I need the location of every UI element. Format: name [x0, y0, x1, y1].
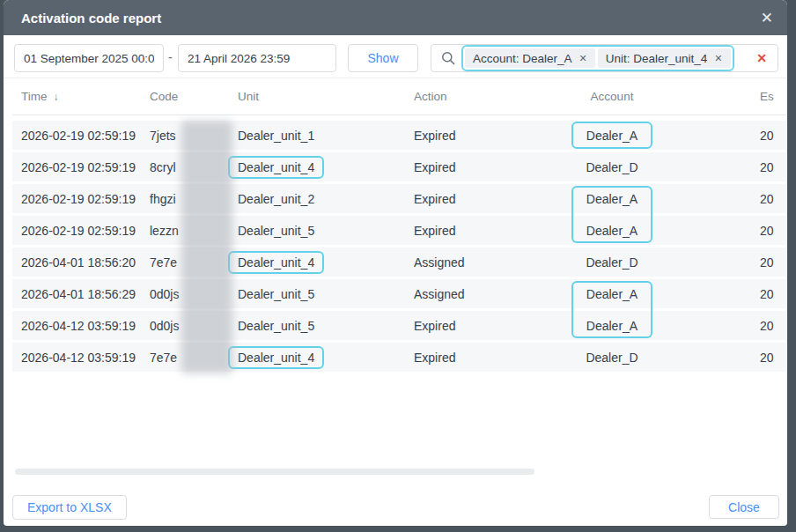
table-row: 2026-02-19 02:59:19 8cryl Dealer_unit_4 …: [12, 152, 786, 181]
clear-all-filters-icon[interactable]: ✕: [756, 51, 767, 65]
cell-expiration: 20: [760, 287, 787, 301]
column-header-expiration[interactable]: Es: [760, 90, 787, 103]
cell-action: Expired: [414, 192, 546, 206]
report-toolbar: - Show Account: Dealer_A ✕ Unit: Dealer_…: [4, 35, 787, 78]
cell-expiration: 20: [760, 255, 787, 270]
show-button[interactable]: Show: [348, 44, 418, 72]
date-range-separator: -: [168, 50, 173, 64]
cell-unit: Dealer_unit_4: [238, 346, 414, 369]
dialog-header: Activation code report ✕: [4, 0, 787, 35]
cell-action: Expired: [414, 351, 546, 365]
filter-chip-label: Account: Dealer_A: [473, 52, 572, 65]
table-row: 2026-02-19 02:59:19 lezzn Dealer_unit_5 …: [12, 216, 786, 245]
close-button[interactable]: Close: [709, 495, 779, 519]
cell-expiration: 20: [760, 224, 787, 238]
cell-code: 0d0js: [150, 287, 238, 301]
cell-time: 2026-04-12 03:59:19: [12, 351, 150, 365]
cell-expiration: 20: [760, 351, 787, 365]
dimmed-page-overlay: Activation code report ✕ - Show Account:…: [0, 0, 796, 532]
cell-action: Expired: [414, 129, 546, 143]
table-header-row: Time↓ Code Unit Action Account Es: [12, 78, 786, 115]
cell-time: 2026-04-12 03:59:19: [12, 319, 150, 333]
cell-code: lezzn: [150, 224, 238, 238]
cell-unit: Dealer_unit_2: [238, 192, 414, 206]
table-row: 2026-04-01 18:56:29 0d0js Dealer_unit_5 …: [12, 279, 786, 308]
date-from-input[interactable]: [14, 44, 164, 72]
cell-unit: Dealer_unit_5: [238, 287, 414, 301]
table-row: 2026-02-19 02:59:19 fhgzi Dealer_unit_2 …: [12, 184, 786, 213]
cell-action: Expired: [414, 319, 546, 333]
cell-code: 7jets: [150, 129, 238, 143]
cell-time: 2026-02-19 02:59:19: [12, 192, 150, 206]
cell-expiration: 20: [760, 192, 787, 206]
dialog-title: Activation code report: [21, 11, 161, 26]
cell-account: Dealer_D: [546, 248, 678, 277]
column-header-action[interactable]: Action: [414, 90, 546, 103]
sort-desc-icon: ↓: [54, 91, 59, 103]
cell-time: 2026-02-19 02:59:19: [12, 160, 150, 174]
cell-unit: Dealer_unit_5: [238, 319, 414, 333]
cell-unit: Dealer_unit_4: [238, 251, 414, 274]
column-header-time[interactable]: Time↓: [12, 90, 150, 103]
column-header-unit[interactable]: Unit: [238, 90, 414, 103]
cell-code: fhgzi: [150, 192, 238, 206]
column-header-code[interactable]: Code: [150, 90, 238, 103]
remove-filter-icon[interactable]: ✕: [579, 53, 587, 64]
table-row: 2026-04-01 18:56:20 7e7e Dealer_unit_4 A…: [12, 248, 786, 277]
cell-account: Dealer_D: [546, 343, 678, 372]
date-to-input[interactable]: [178, 44, 336, 72]
remove-filter-icon[interactable]: ✕: [714, 53, 722, 64]
table-row: 2026-04-12 03:59:19 7e7e Dealer_unit_4 E…: [12, 343, 786, 372]
search-icon: [441, 51, 455, 65]
cell-account: Dealer_A: [546, 121, 678, 150]
cell-time: 2026-02-19 02:59:19: [12, 129, 150, 143]
table-body: 2026-02-19 02:59:19 7jets Dealer_unit_1 …: [4, 121, 787, 372]
horizontal-scrollbar-thumb[interactable]: [15, 469, 534, 475]
cell-code: 7e7e: [150, 351, 238, 365]
cell-unit: Dealer_unit_1: [238, 129, 414, 143]
cell-time: 2026-04-01 18:56:20: [12, 255, 150, 270]
activation-code-report-dialog: Activation code report ✕ - Show Account:…: [4, 0, 787, 526]
cell-unit: Dealer_unit_5: [238, 224, 414, 238]
table-row: 2026-02-19 02:59:19 7jets Dealer_unit_1 …: [12, 121, 786, 150]
cell-unit: Dealer_unit_4: [238, 156, 414, 179]
cell-account: Dealer_A: [546, 311, 678, 340]
column-header-account[interactable]: Account: [546, 78, 678, 115]
active-filters-group: Account: Dealer_A ✕ Unit: Dealer_unit_4 …: [461, 45, 734, 71]
filter-chip-unit: Unit: Dealer_unit_4 ✕: [598, 48, 731, 68]
cell-action: Assigned: [414, 255, 546, 270]
cell-code: 7e7e: [150, 255, 238, 270]
cell-action: Expired: [414, 224, 546, 238]
filter-chip-account: Account: Dealer_A ✕: [465, 48, 595, 68]
search-filter-input[interactable]: Account: Dealer_A ✕ Unit: Dealer_unit_4 …: [431, 44, 778, 72]
cell-account: Dealer_A: [546, 279, 678, 308]
cell-account: Dealer_D: [546, 152, 678, 181]
table-row: 2026-04-12 03:59:19 0d0js Dealer_unit_5 …: [12, 311, 786, 340]
cell-action: Assigned: [414, 287, 546, 301]
cell-time: 2026-04-01 18:56:29: [12, 287, 150, 301]
cell-expiration: 20: [760, 129, 787, 143]
cell-expiration: 20: [760, 319, 787, 333]
cell-code: 0d0js: [150, 319, 238, 333]
cell-code: 8cryl: [150, 160, 238, 174]
close-icon[interactable]: ✕: [761, 11, 773, 26]
cell-account: Dealer_A: [546, 184, 678, 213]
export-xlsx-button[interactable]: Export to XLSX: [12, 495, 127, 520]
cell-account: Dealer_A: [546, 216, 678, 245]
cell-time: 2026-02-19 02:59:19: [12, 224, 150, 238]
filter-chip-label: Unit: Dealer_unit_4: [606, 52, 708, 65]
cell-expiration: 20: [760, 160, 787, 174]
cell-action: Expired: [414, 160, 546, 174]
